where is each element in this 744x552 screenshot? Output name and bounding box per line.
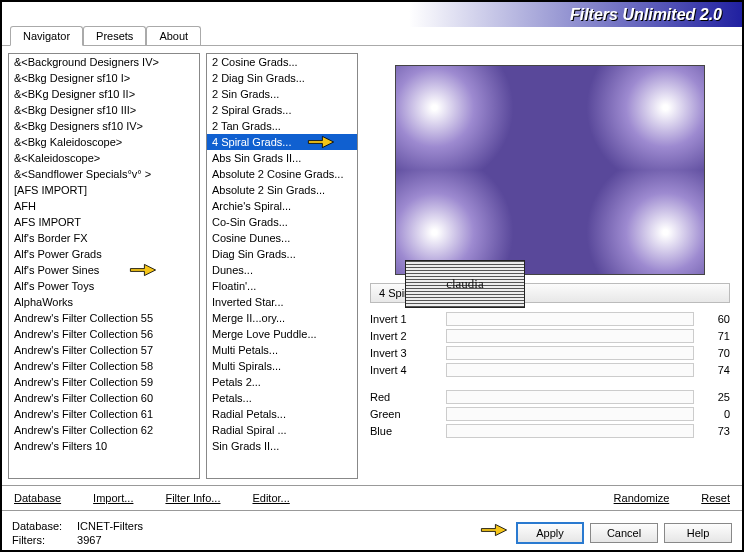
tab-about[interactable]: About — [146, 26, 201, 45]
list-item[interactable]: Alf's Border FX — [9, 230, 199, 246]
list-item[interactable]: Andrew's Filter Collection 62 — [9, 422, 199, 438]
apply-button[interactable]: Apply — [516, 522, 584, 544]
list-item[interactable]: Absolute 2 Sin Grads... — [207, 182, 357, 198]
list-item[interactable]: Petals 2... — [207, 374, 357, 390]
link-randomize[interactable]: Randomize — [614, 492, 670, 504]
param-row: Invert 271 — [370, 328, 730, 345]
list-item[interactable]: &<Bkg Designer sf10 I> — [9, 70, 199, 86]
preview-image — [395, 65, 705, 275]
hand-pointer-icon — [129, 260, 157, 280]
hand-pointer-icon — [307, 132, 335, 152]
param-row: Invert 474 — [370, 362, 730, 379]
list-item[interactable]: Alf's Power Toys — [9, 278, 199, 294]
param-value: 74 — [700, 363, 730, 378]
param-slider[interactable] — [446, 390, 694, 404]
list-item[interactable]: &<BKg Designer sf10 II> — [9, 86, 199, 102]
param-value: 71 — [700, 329, 730, 344]
footer-db-label: Database: — [12, 519, 74, 533]
param-value: 60 — [700, 312, 730, 327]
list-item[interactable]: Multi Spirals... — [207, 358, 357, 374]
param-slider[interactable] — [446, 363, 694, 377]
list-item[interactable]: Cosine Dunes... — [207, 230, 357, 246]
param-row: Invert 160 — [370, 311, 730, 328]
list-item[interactable]: 2 Diag Sin Grads... — [207, 70, 357, 86]
list-item[interactable]: Archie's Spiral... — [207, 198, 357, 214]
filter-list[interactable]: 2 Cosine Grads...2 Diag Sin Grads...2 Si… — [206, 53, 358, 479]
param-label: Blue — [370, 424, 440, 439]
list-item[interactable]: Alf's Power Sines — [9, 262, 199, 278]
link-editor[interactable]: Editor... — [252, 492, 289, 504]
list-item[interactable]: &<Kaleidoscope> — [9, 150, 199, 166]
param-label: Invert 1 — [370, 312, 440, 327]
list-item[interactable]: AlphaWorks — [9, 294, 199, 310]
list-item[interactable]: Radial Spiral ... — [207, 422, 357, 438]
list-item[interactable]: [AFS IMPORT] — [9, 182, 199, 198]
list-item[interactable]: Andrew's Filter Collection 57 — [9, 342, 199, 358]
list-item[interactable]: Multi Petals... — [207, 342, 357, 358]
list-item[interactable]: &<Bkg Kaleidoscope> — [9, 134, 199, 150]
list-item[interactable]: Floatin'... — [207, 278, 357, 294]
category-list[interactable]: &<Background Designers IV>&<Bkg Designer… — [8, 53, 200, 479]
list-item[interactable]: Radial Petals... — [207, 406, 357, 422]
param-row: Green0 — [370, 406, 730, 423]
list-item[interactable]: &<Sandflower Specials°v° > — [9, 166, 199, 182]
hand-pointer-icon — [480, 520, 508, 540]
list-item[interactable]: Abs Sin Grads II... — [207, 150, 357, 166]
list-item[interactable]: 2 Tan Grads... — [207, 118, 357, 134]
list-item[interactable]: Co-Sin Grads... — [207, 214, 357, 230]
list-item[interactable]: Andrew's Filter Collection 56 — [9, 326, 199, 342]
param-value: 73 — [700, 424, 730, 439]
list-item[interactable]: Andrew's Filter Collection 55 — [9, 310, 199, 326]
main-area: &<Background Designers IV>&<Bkg Designer… — [2, 47, 742, 485]
list-item[interactable]: &<Background Designers IV> — [9, 54, 199, 70]
list-item[interactable]: Petals... — [207, 390, 357, 406]
param-label: Invert 4 — [370, 363, 440, 378]
list-item[interactable]: &<Bkg Designers sf10 IV> — [9, 118, 199, 134]
list-item[interactable]: Andrew's Filter Collection 58 — [9, 358, 199, 374]
list-item[interactable]: 2 Cosine Grads... — [207, 54, 357, 70]
list-item[interactable]: Merge II...ory... — [207, 310, 357, 326]
app-header: Filters Unlimited 2.0 — [2, 2, 742, 27]
list-item[interactable]: Sin Grads II... — [207, 438, 357, 454]
cancel-button[interactable]: Cancel — [590, 523, 658, 543]
param-slider[interactable] — [446, 312, 694, 326]
list-item[interactable]: Alf's Power Grads — [9, 246, 199, 262]
param-value: 25 — [700, 390, 730, 405]
list-item[interactable]: Inverted Star... — [207, 294, 357, 310]
list-item[interactable]: Merge Love Puddle... — [207, 326, 357, 342]
list-item[interactable]: 4 Spiral Grads... — [207, 134, 357, 150]
tab-navigator[interactable]: Navigator — [10, 26, 83, 46]
right-panel: 4 Spiral Grads... Invert 160Invert 271In… — [364, 53, 736, 479]
list-item[interactable]: Diag Sin Grads... — [207, 246, 357, 262]
param-label: Invert 2 — [370, 329, 440, 344]
link-filter-info[interactable]: Filter Info... — [165, 492, 220, 504]
link-reset[interactable]: Reset — [701, 492, 730, 504]
footer-db-value: ICNET-Filters — [77, 520, 143, 532]
link-import[interactable]: Import... — [93, 492, 133, 504]
list-item[interactable]: Absolute 2 Cosine Grads... — [207, 166, 357, 182]
param-slider[interactable] — [446, 329, 694, 343]
param-slider[interactable] — [446, 407, 694, 421]
list-item[interactable]: &<Bkg Designer sf10 III> — [9, 102, 199, 118]
list-item[interactable]: Andrew's Filter Collection 59 — [9, 374, 199, 390]
selected-filter-name: 4 Spiral Grads... — [370, 283, 730, 303]
list-item[interactable]: 2 Sin Grads... — [207, 86, 357, 102]
param-label: Invert 3 — [370, 346, 440, 361]
help-button[interactable]: Help — [664, 523, 732, 543]
list-item[interactable]: Andrew's Filter Collection 61 — [9, 406, 199, 422]
param-slider[interactable] — [446, 346, 694, 360]
link-database[interactable]: Database — [14, 492, 61, 504]
param-label: Green — [370, 407, 440, 422]
list-item[interactable]: Andrew's Filter Collection 60 — [9, 390, 199, 406]
param-row: Blue73 — [370, 423, 730, 440]
list-item[interactable]: AFH — [9, 198, 199, 214]
parameter-panel: Invert 160Invert 271Invert 370Invert 474… — [368, 311, 732, 477]
list-item[interactable]: AFS IMPORT — [9, 214, 199, 230]
tab-presets[interactable]: Presets — [83, 26, 146, 45]
list-item[interactable]: Dunes... — [207, 262, 357, 278]
footer-filters-label: Filters: — [12, 533, 74, 547]
param-slider[interactable] — [446, 424, 694, 438]
footer-info: Database: ICNET-Filters Filters: 3967 — [12, 519, 143, 547]
list-item[interactable]: 2 Spiral Grads... — [207, 102, 357, 118]
list-item[interactable]: Andrew's Filters 10 — [9, 438, 199, 454]
